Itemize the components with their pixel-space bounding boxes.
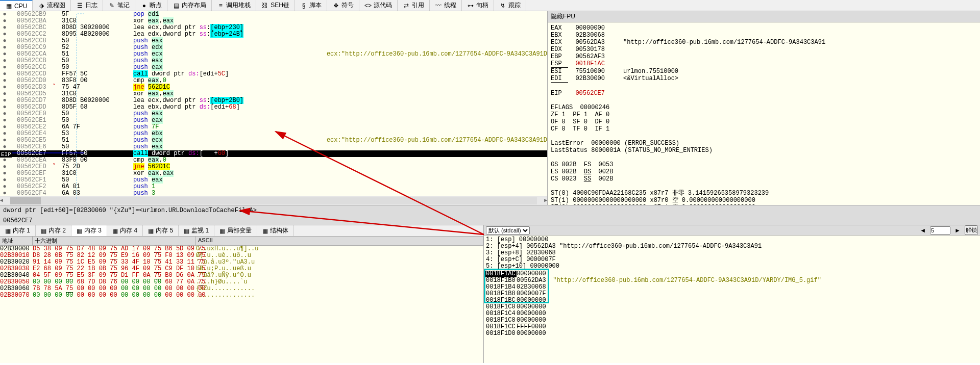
src-icon: <> — [364, 2, 372, 9]
bp-icon: ● — [140, 2, 148, 9]
stack-row[interactable]: 0018F1BC00000000 — [484, 297, 980, 304]
disasm-row[interactable]: ● 00562CE1 50push eax — [0, 117, 547, 124]
dump-pane[interactable]: ▦内存 1▦内存 2▦内存 3▦内存 4▦内存 5▦监视 1▦局部变量▦结构体 … — [0, 225, 484, 363]
tab-notes[interactable]: ✎笔记 — [103, 0, 135, 11]
dump-body[interactable]: 02B30000D5 38 09 75 D7 48 09 75 AD 17 09… — [0, 246, 483, 363]
col-hex[interactable]: 十六进制 — [33, 237, 196, 245]
memory-icon: ▦ — [219, 227, 225, 234]
disasm-row[interactable]: ● 00562CD0 83F8 00cmp eax,0 — [0, 77, 547, 84]
registers-header[interactable]: 隐藏FPU — [548, 11, 980, 22]
chevron-right-icon[interactable]: ► — [954, 227, 961, 234]
tab-label: 符号 — [341, 1, 354, 10]
stack-list[interactable]: 0018F1AC000000000018F1B000562DA3 "http:/… — [484, 271, 980, 337]
memory-icon: ▦ — [77, 227, 82, 234]
tab-label: 内存布局 — [182, 1, 206, 10]
registers-pane[interactable]: 隐藏FPU EAX 00000000 EBX 02B30068 ECX 0056… — [548, 11, 980, 205]
tab-label: 线程 — [444, 1, 456, 10]
disasm-row[interactable]: ● 00562CD3˅75 47jne 562D1C — [0, 84, 547, 91]
log-icon: ☰ — [76, 2, 83, 9]
disassembly-pane[interactable]: ● 00562CB9 5Fpop edi● 00562CBA 31C0xor e… — [0, 11, 548, 205]
disasm-row[interactable]: ● 00562CE2 6A 7Fpush 7F — [0, 124, 547, 131]
dump-tab[interactable]: ▦内存 3 — [71, 225, 107, 236]
tab-cpu[interactable]: ▦CPU — [0, 0, 33, 11]
dump-tab[interactable]: ▦内存 4 — [107, 225, 143, 236]
tab-label: 断点 — [150, 1, 162, 10]
col-ascii[interactable]: ASCII — [196, 237, 483, 245]
disasm-row[interactable]: ● 00562CF1 50push eax — [0, 177, 547, 184]
disasm-row[interactable]: ● 00562CC2 8D95 4B020000lea edx,dword pt… — [0, 31, 547, 38]
disasm-row[interactable]: ● 00562CED˅75 2Djne 562D1C — [0, 164, 547, 170]
disasm-row[interactable]: ● 00562CEA 83F8 00cmp eax,0 — [0, 157, 547, 164]
disasm-row[interactable]: ● 00562CE5 51push ecxecx:"http://office3… — [0, 137, 547, 144]
dump-tab[interactable]: ▦局部变量 — [214, 225, 257, 236]
tab-label: 源代码 — [374, 1, 392, 10]
tab-label: 调用堆栈 — [226, 1, 251, 10]
tab-stack[interactable]: ≡调用堆栈 — [212, 0, 256, 11]
disasm-row[interactable]: ● 00562CCA 51push ecxecx:"http://office3… — [0, 51, 547, 58]
dump-tab[interactable]: ▦结构体 — [257, 225, 294, 236]
sym-icon: ❖ — [332, 2, 339, 9]
mem-icon: ▤ — [173, 2, 180, 9]
tab-seh[interactable]: ⛓SEH链 — [256, 0, 295, 11]
memory-icon: ▦ — [5, 227, 11, 234]
tab-mem[interactable]: ▤内存布局 — [167, 0, 212, 11]
stack-row[interactable]: 0018F1D000000000 — [484, 330, 980, 337]
disasm-row[interactable]: ● 00562CDD 8D5F 68lea ebx,dword ptr ds:[… — [0, 104, 547, 111]
tab-handle[interactable]: ⊶句柄 — [462, 0, 494, 11]
info-address: 00562CE7 — [3, 217, 977, 224]
tab-sym[interactable]: ❖符号 — [327, 0, 359, 11]
tab-src[interactable]: <>源代码 — [359, 0, 398, 11]
tab-script[interactable]: §脚本 — [295, 0, 327, 11]
stack-header: 默认 (stdcall) ◄ ► 解锁 — [484, 225, 980, 236]
col-address[interactable]: 地址 — [0, 237, 33, 245]
tab-log[interactable]: ☰日志 — [71, 0, 103, 11]
stack-row[interactable]: 0018F1C800000000 — [484, 317, 980, 324]
disasm-row[interactable]: ● 00562CCB 50push eax — [0, 58, 547, 64]
tab-thread[interactable]: 〰线程 — [430, 0, 462, 11]
unlock-button[interactable]: 解锁 — [965, 225, 978, 235]
stack-pane[interactable]: 默认 (stdcall) ◄ ► 解锁 1: [esp] 00000000 2:… — [484, 225, 980, 363]
disasm-row[interactable]: ● 00562CE0 50push eax — [0, 111, 547, 117]
flow-icon: ⬗ — [38, 2, 45, 9]
stack-row[interactable]: 0018F1B80000007F — [484, 291, 980, 297]
script-icon: § — [300, 2, 307, 9]
tab-bp[interactable]: ●断点 — [135, 0, 167, 11]
dump-tab[interactable]: ▦内存 5 — [143, 225, 179, 236]
dump-tab[interactable]: ▦监视 1 — [179, 225, 214, 236]
tab-label: 脚本 — [309, 1, 322, 10]
disasm-row[interactable]: ● 00562CB9 5Fpop edi — [0, 11, 547, 18]
info-expression: dword ptr [edi+60]=[02B30060 "{xZu"]=<ur… — [3, 207, 977, 214]
dump-tab-bar: ▦内存 1▦内存 2▦内存 3▦内存 4▦内存 5▦监视 1▦局部变量▦结构体 — [0, 225, 483, 237]
eip-indicator: EIP — [0, 151, 12, 158]
memory-icon: ▦ — [41, 227, 46, 234]
trace-icon: ↯ — [499, 2, 506, 9]
tab-label: CPU — [14, 3, 27, 10]
tab-label: 流程图 — [47, 1, 65, 10]
disasm-row[interactable]: ● 00562CC8 50push eax — [0, 38, 547, 44]
disasm-scrollbar[interactable]: ◄► — [0, 196, 547, 205]
calling-convention-select[interactable]: 默认 (stdcall) — [486, 226, 530, 234]
tab-label: 日志 — [85, 1, 97, 10]
thread-icon: 〰 — [435, 2, 442, 9]
stack-row[interactable]: 0018F1C400000000 — [484, 310, 980, 317]
stack-row[interactable]: 0018F1B402B30068 — [484, 284, 980, 291]
dump-tab[interactable]: ▦内存 1 — [0, 225, 36, 236]
chevron-left-icon[interactable]: ◄ — [920, 227, 926, 234]
stack-row[interactable]: 0018F1CCFFFF0000 — [484, 324, 980, 330]
dump-row[interactable]: 02B3007000 00 00 00 00 00 00 00 00 00 00… — [0, 292, 483, 299]
memory-icon: ▦ — [148, 227, 154, 234]
tab-flow[interactable]: ⬗流程图 — [33, 0, 71, 11]
tab-label: 跟踪 — [508, 1, 521, 10]
disasm-row[interactable]: ● 00562CF2 6A 01push 1 — [0, 184, 547, 190]
stack-row[interactable]: 0018F1B000562DA3 "http://office360-pub.1… — [484, 277, 980, 284]
arg-count-input[interactable] — [930, 226, 950, 234]
ref-icon: ⇄ — [403, 2, 410, 9]
info-bar: dword ptr [edi+60]=[02B30060 "{xZu"]=<ur… — [0, 205, 980, 225]
dump-tab[interactable]: ▦内存 2 — [36, 225, 71, 236]
stack-row[interactable]: 0018F1C000000000 — [484, 304, 980, 310]
tab-ref[interactable]: ⇄引用 — [398, 0, 430, 11]
tab-label: 引用 — [412, 1, 424, 10]
tab-trace[interactable]: ↯跟踪 — [494, 0, 526, 11]
dump-header: 地址 十六进制 ASCII — [0, 237, 483, 246]
disasm-row[interactable]: ● 00562CEF 31C0xor eax,eax — [0, 170, 547, 177]
